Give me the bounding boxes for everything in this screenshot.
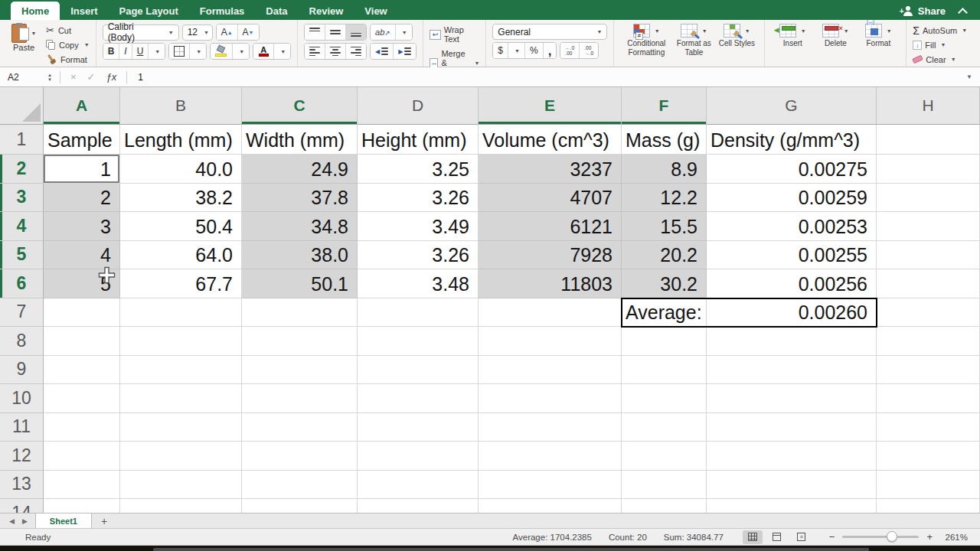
cell-F13[interactable] [622,471,707,500]
zoom-level[interactable]: 261% [945,533,980,542]
cell-C2[interactable]: 24.9 [242,155,358,184]
cell-C4[interactable]: 34.8 [242,212,358,241]
sheet-tab-sheet1[interactable]: Sheet1 [35,514,92,528]
merge-center-dropdown-icon[interactable]: ▼ [474,60,479,66]
cell-E4[interactable]: 6121 [479,212,622,241]
cell-F14[interactable] [622,499,707,513]
cell-F2[interactable]: 8.9 [622,155,707,184]
collapse-ribbon-icon[interactable] [958,8,968,18]
borders-button[interactable] [169,44,190,59]
cell-A6[interactable]: 5 [44,269,120,298]
zoom-out-button[interactable]: − [829,531,835,543]
cell-D6[interactable]: 3.48 [358,269,479,298]
formula-input[interactable]: 1 [132,72,143,83]
cell-F1[interactable]: Mass (g) [622,125,707,155]
cell-E2[interactable]: 3237 [479,155,622,184]
cell-F8[interactable] [622,327,707,356]
zoom-slider[interactable] [842,536,919,538]
cell-G5[interactable]: 0.00255 [707,241,877,270]
cell-E9[interactable] [479,356,622,385]
cell-B9[interactable] [120,356,242,385]
italic-button[interactable]: I [119,44,132,59]
cell-G10[interactable] [707,384,877,413]
cell-B4[interactable]: 50.4 [120,212,242,241]
bold-button[interactable]: B [103,44,120,59]
cell-E13[interactable] [479,471,622,500]
row-header-9[interactable]: 9 [0,356,44,385]
cell-B2[interactable]: 40.0 [120,155,242,184]
row-header-13[interactable]: 13 [0,471,44,500]
decrease-decimal-button[interactable]: .00→.0 [580,43,598,58]
fill-button[interactable]: ↓ Fill ▼ [913,38,967,51]
cell-B6[interactable]: 67.7 [120,269,242,298]
cut-button[interactable]: ✂ Cut [46,24,90,37]
autosum-dropdown-icon[interactable]: ▼ [962,28,967,33]
row-header-6[interactable]: 6 [0,269,44,298]
cell-A8[interactable] [44,327,120,356]
cell-F9[interactable] [622,356,707,385]
cell-H4[interactable] [877,212,980,241]
align-left-button[interactable] [305,44,325,59]
cell-H3[interactable] [877,184,980,213]
next-sheet-icon[interactable]: ▶ [22,517,28,525]
cell-E6[interactable]: 11803 [479,269,622,298]
column-header-E[interactable]: E [479,87,622,125]
cell-H1[interactable] [877,125,980,155]
align-center-button[interactable] [325,44,346,59]
cell-H9[interactable] [877,356,980,385]
cell-F7[interactable]: Average: [622,298,707,328]
cell-H5[interactable] [877,241,980,270]
tab-review[interactable]: Review [299,2,354,20]
cell-G9[interactable] [707,356,877,385]
cell-G13[interactable] [707,471,877,500]
tab-page-layout[interactable]: Page Layout [109,2,189,20]
cell-D7[interactable] [358,298,479,328]
cell-B3[interactable]: 38.2 [120,184,242,213]
cell-C8[interactable] [242,327,358,356]
cell-G11[interactable] [707,413,877,442]
row-header-5[interactable]: 5 [0,241,44,270]
cell-C13[interactable] [242,471,358,500]
paste-button[interactable]: ▼ Paste [6,24,41,52]
delete-cells-button[interactable]: × ▼ Delete [814,24,857,48]
cell-E1[interactable]: Volume (cm^3) [479,125,622,155]
borders-dropdown-icon[interactable]: ▼ [190,44,206,59]
cell-styles-button[interactable]: ▼ Cell Styles [715,24,758,48]
autosum-button[interactable]: Σ AutoSum ▼ [913,24,967,37]
align-bottom-button[interactable] [346,24,366,40]
cell-E12[interactable] [479,442,622,471]
paste-dropdown-icon[interactable]: ▼ [31,31,37,36]
format-painter-button[interactable]: Format [46,53,90,66]
zoom-slider-knob[interactable] [887,531,897,542]
cell-G2[interactable]: 0.00275 [707,155,877,184]
cell-A2[interactable]: 1 [44,155,120,184]
cell-C1[interactable]: Width (mm) [242,125,358,155]
orientation-button[interactable]: ab↗ [371,24,396,40]
increase-decimal-button[interactable]: ←.0.00 [560,43,580,58]
cell-G1[interactable]: Density (g/mm^3) [707,125,877,155]
font-size-select[interactable]: 12▼ [182,24,213,41]
cell-C10[interactable] [242,384,358,413]
cell-G7[interactable]: 0.00260 [707,298,877,328]
cell-E7[interactable] [479,298,622,328]
cell-D8[interactable] [358,327,479,356]
cell-B7[interactable] [120,298,242,328]
cell-F11[interactable] [622,413,707,442]
increase-indent-button[interactable]: ▶ [394,44,416,59]
cell-B1[interactable]: Length (mm) [120,125,242,155]
cell-E14[interactable] [479,499,622,513]
cell-C14[interactable] [242,499,358,513]
cell-C3[interactable]: 37.8 [242,184,358,213]
row-header-7[interactable]: 7 [0,298,44,328]
cell-F4[interactable]: 15.5 [622,212,707,241]
sort-filter-button[interactable]: AZ ▼ Sort & Filter [973,24,980,54]
name-box[interactable]: A2 [0,67,44,86]
cell-A10[interactable] [44,384,120,413]
insert-function-icon[interactable]: ƒx [100,71,122,83]
fill-dropdown-icon[interactable]: ▼ [940,42,946,47]
page-layout-view-button[interactable] [767,530,787,544]
align-top-button[interactable] [305,24,325,40]
fill-color-dropdown-icon[interactable]: ▼ [233,44,249,59]
font-color-button[interactable]: A [253,44,274,59]
zoom-in-button[interactable]: + [926,531,933,543]
